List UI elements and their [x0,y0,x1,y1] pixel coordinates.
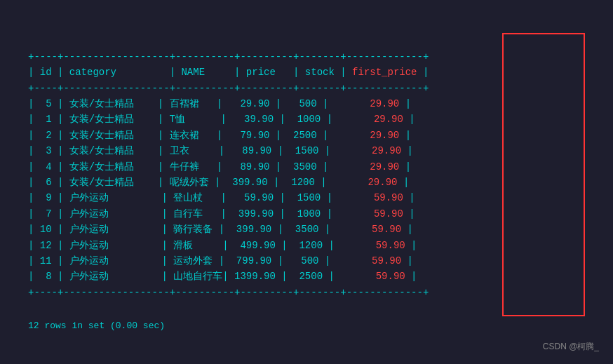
terminal-window: +----+------------------+----------+----… [14,26,599,337]
first-price-cell: 59.90 [337,255,401,267]
first-price-cell: 59.90 [338,208,403,220]
first-price-cell: 59.90 [340,271,405,282]
table-row: | 2 | 女装/女士精品 | 连衣裙 | 79.90 | 2500 | 29.… [28,130,411,141]
table-row: | 12 | 户外运动 | 滑板 | 499.90 | 1200 | 59.90… [28,240,417,251]
table-row: | 9 | 户外运动 | 登山杖 | 59.90 | 1500 | 59.90 … [28,192,415,203]
watermark: CSDN @柯腾_ [543,341,599,353]
first-price-cell: 29.90 [335,161,399,173]
table-header: | id | category | NAME | price | stock |… [28,67,429,78]
separator-top: +----+------------------+----------+----… [28,51,429,62]
first-price-cell: 59.90 [337,224,401,235]
table-row: | 5 | 女装/女士精品 | 百褶裙 | 29.90 | 500 | 29.9… [28,98,411,109]
table-row: | 4 | 女装/女士精品 | 牛仔裤 | 89.90 | 3500 | 29.… [28,161,411,173]
table-row: | 8 | 户外运动 | 山地自行车| 1399.90 | 2500 | 59.… [28,271,417,282]
table-row: | 7 | 户外运动 | 自行车 | 399.90 | 1000 | 59.90… [28,208,415,220]
first-price-cell: 59.90 [340,240,405,251]
table-content: +----+------------------+----------+----… [28,33,585,316]
separator-bottom: +----+------------------+----------+----… [28,287,429,298]
table-row: | 10 | 户外运动 | 骑行装备 | 399.90 | 3500 | 59.… [28,224,413,235]
query-result-table: +----+------------------+----------+----… [28,33,585,316]
result-summary: 12 rows in set (0.00 sec) [28,321,585,331]
table-row: | 6 | 女装/女士精品 | 呢绒外套 | 399.90 | 1200 | 2… [28,177,409,188]
table-row: | 1 | 女装/女士精品 | T恤 | 39.90 | 1000 | 29.9… [28,114,415,125]
separator-header: +----+------------------+----------+----… [28,83,429,94]
table-row: | 11 | 户外运动 | 运动外套 | 799.90 | 500 | 59.9… [28,255,413,267]
first-price-cell: 29.90 [337,145,401,156]
first-price-cell: 59.90 [338,192,403,203]
first-price-cell: 29.90 [335,130,399,141]
table-row: | 3 | 女装/女士精品 | 卫衣 | 89.90 | 1500 | 29.9… [28,145,413,156]
first-price-cell: 29.90 [338,114,403,125]
first-price-cell: 29.90 [335,98,399,109]
first-price-header: first_price [352,67,417,78]
first-price-cell: 29.90 [332,177,397,188]
